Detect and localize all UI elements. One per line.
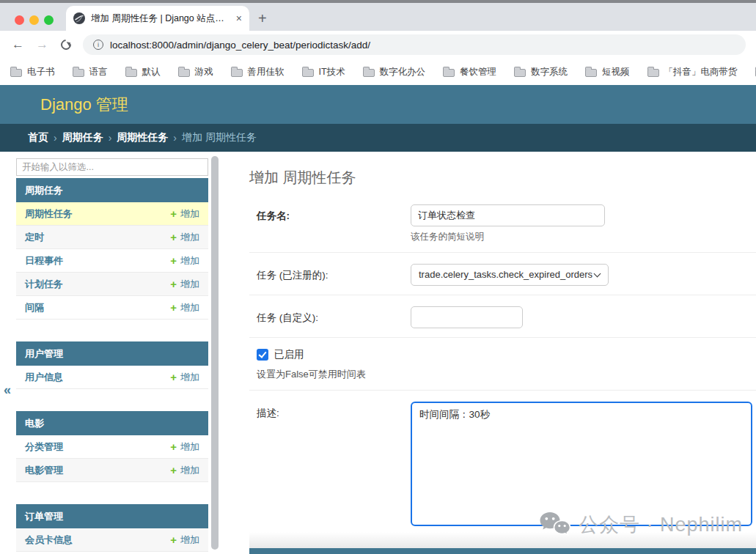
sidebar-item-crontab[interactable]: 定时 +增加 xyxy=(16,226,208,249)
fieldset-header-bar xyxy=(249,548,756,554)
name-field[interactable] xyxy=(411,204,605,226)
page-content: « 周期任务 周期性任务 +增加 定时 +增加 日程事件 +增加 计划任务 xyxy=(0,152,756,554)
plus-icon: + xyxy=(170,278,177,290)
enabled-help: 设置为False可禁用时间表 xyxy=(257,368,756,381)
sidebar-item-clocked[interactable]: 计划任务 +增加 xyxy=(16,273,208,296)
sidebar-module-movies: 电影 分类管理 +增加 电影管理 +增加 xyxy=(16,411,208,482)
breadcrumb-separator: › xyxy=(173,132,177,144)
model-link[interactable]: 用户信息 xyxy=(25,371,63,384)
sidebar-collapse-toggle[interactable]: « xyxy=(4,383,11,398)
site-title-link[interactable]: Django 管理 xyxy=(40,94,128,116)
chevron-down-icon xyxy=(594,270,601,278)
sidebar-module-title: 电影 xyxy=(16,411,208,435)
refresh-icon[interactable] xyxy=(59,37,73,52)
bookmark-folder[interactable]: 数字系统 xyxy=(514,66,568,78)
wechat-icon xyxy=(539,511,571,539)
address-bar[interactable]: i localhost:8000/admin/django_celery_bea… xyxy=(83,34,746,55)
new-tab-button[interactable]: + xyxy=(258,9,267,28)
plus-icon: + xyxy=(170,464,177,476)
model-link[interactable]: 分类管理 xyxy=(25,440,63,454)
model-link[interactable]: 间隔 xyxy=(25,301,44,314)
bookmark-folder[interactable]: 默认 xyxy=(125,66,161,78)
plus-icon: + xyxy=(170,231,177,243)
traffic-lights xyxy=(15,15,54,25)
breadcrumb-home-link[interactable]: 首页 xyxy=(28,131,48,144)
task-registered-select[interactable]: trade.celery_tasks.check_expired_orders xyxy=(411,264,609,286)
maximize-window-button[interactable] xyxy=(44,15,54,25)
main-form-area: 增加 周期性任务 任务名: 该任务的简短说明 任务 (已注册的): trade.… xyxy=(249,152,756,554)
breadcrumb-model-link[interactable]: 周期性任务 xyxy=(117,131,168,144)
breadcrumb-current: 增加 周期性任务 xyxy=(182,131,257,144)
bookmark-folder[interactable]: 数字化办公 xyxy=(363,66,426,78)
description-label: 描述: xyxy=(249,402,411,546)
add-link[interactable]: +增加 xyxy=(170,254,199,267)
add-link[interactable]: +增加 xyxy=(170,301,199,314)
minimize-window-button[interactable] xyxy=(29,15,39,25)
back-icon[interactable]: ← xyxy=(12,37,24,52)
sidebar-item-periodictask[interactable]: 周期性任务 +增加 xyxy=(16,202,208,226)
enabled-checkbox[interactable] xyxy=(257,349,268,361)
page-title: 增加 周期性任务 xyxy=(249,168,756,188)
name-field-label: 任务名: xyxy=(249,204,411,243)
model-link[interactable]: 计划任务 xyxy=(25,278,63,291)
bookmark-folder[interactable]: 餐饮管理 xyxy=(443,66,496,78)
sidebar-module-orders: 订单管理 会员卡信息 +增加 xyxy=(16,504,208,552)
sidebar-item-userinfo[interactable]: 用户信息 +增加 xyxy=(16,366,208,389)
browser-tab[interactable]: 增加 周期性任务 | Django 站点管理 × xyxy=(66,6,249,31)
sidebar-item-membercard[interactable]: 会员卡信息 +增加 xyxy=(16,528,208,552)
close-window-button[interactable] xyxy=(15,15,24,25)
sidebar-item-movie[interactable]: 电影管理 +增加 xyxy=(16,459,208,482)
add-link[interactable]: +增加 xyxy=(170,440,199,454)
breadcrumb-separator: › xyxy=(54,132,57,144)
bookmark-folder[interactable]: 短视频 xyxy=(585,66,630,78)
folder-icon xyxy=(363,69,375,77)
watermark-text: 公众号 · Nephilim xyxy=(579,511,743,538)
folder-icon xyxy=(125,69,137,77)
folder-icon xyxy=(10,69,22,77)
folder-icon xyxy=(302,69,314,77)
folder-icon xyxy=(514,69,526,77)
bookmark-folder[interactable]: 「抖音」电商带货 xyxy=(647,66,738,78)
page-info-icon[interactable]: i xyxy=(93,40,103,50)
browser-toolbar: ← → i localhost:8000/admin/django_celery… xyxy=(0,31,756,59)
add-link[interactable]: +增加 xyxy=(170,231,199,244)
sidebar-item-category[interactable]: 分类管理 +增加 xyxy=(16,435,208,459)
sidebar-item-solar[interactable]: 日程事件 +增加 xyxy=(16,249,208,273)
task-custom-label: 任务 (自定义): xyxy=(249,306,411,328)
add-link[interactable]: +增加 xyxy=(170,533,199,547)
folder-icon xyxy=(585,69,597,77)
url-text: localhost:8000/admin/django_celery_beat/… xyxy=(110,40,370,51)
bookmark-folder[interactable]: IT技术 xyxy=(302,66,345,78)
model-link[interactable]: 定时 xyxy=(25,231,44,244)
description-textarea[interactable]: 时间间隔：30秒 xyxy=(411,402,752,526)
breadcrumb-app-link[interactable]: 周期任务 xyxy=(62,131,103,144)
forward-icon[interactable]: → xyxy=(36,37,48,52)
bookmark-folder[interactable]: 语言 xyxy=(73,66,108,78)
add-link[interactable]: +增加 xyxy=(170,371,199,384)
bookmark-folder[interactable]: 电子书 xyxy=(10,66,55,78)
add-link[interactable]: +增加 xyxy=(170,278,199,291)
model-link[interactable]: 日程事件 xyxy=(25,254,63,267)
tab-title: 增加 周期性任务 | Django 站点管理 xyxy=(91,12,230,25)
enabled-label: 已启用 xyxy=(274,348,304,361)
add-link[interactable]: +增加 xyxy=(170,207,199,221)
scrollbar-thumb[interactable] xyxy=(211,156,219,550)
add-link[interactable]: +增加 xyxy=(170,464,199,477)
browser-window: 增加 周期性任务 | Django 站点管理 × + ← → i localho… xyxy=(0,0,756,554)
model-link[interactable]: 周期性任务 xyxy=(25,207,73,221)
bookmark-folder[interactable]: 游戏 xyxy=(178,66,213,78)
plus-icon: + xyxy=(170,440,177,453)
sidebar-module-users: 用户管理 用户信息 +增加 xyxy=(16,341,208,389)
task-custom-field[interactable] xyxy=(411,306,523,328)
plus-icon: + xyxy=(170,207,177,220)
sidebar-module-periodic-tasks: 周期任务 周期性任务 +增加 定时 +增加 日程事件 +增加 计划任务 +增加 xyxy=(16,178,208,320)
folder-icon xyxy=(73,69,84,77)
sidebar-filter-input[interactable] xyxy=(16,158,208,176)
sidebar-item-interval[interactable]: 间隔 +增加 xyxy=(16,296,208,320)
model-link[interactable]: 会员卡信息 xyxy=(25,533,73,547)
folder-icon xyxy=(178,69,190,77)
tab-close-icon[interactable]: × xyxy=(236,12,242,24)
bookmark-folder[interactable]: 善用佳软 xyxy=(231,66,285,78)
model-link[interactable]: 电影管理 xyxy=(25,464,63,477)
breadcrumb-separator: › xyxy=(109,132,112,144)
